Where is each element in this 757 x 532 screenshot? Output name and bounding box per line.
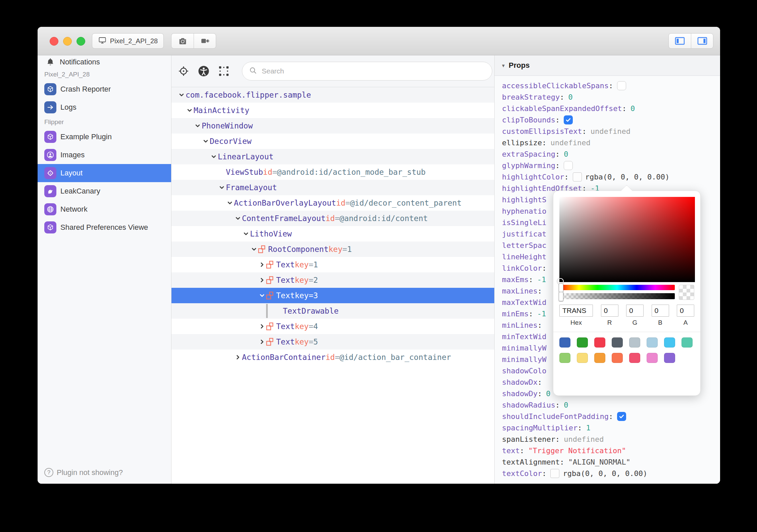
checkbox-unchecked[interactable] (617, 81, 626, 90)
sidebar-item-images[interactable]: Images (38, 146, 171, 164)
toggle-right-panel-button[interactable] (691, 34, 713, 48)
chevron-down-icon[interactable] (258, 292, 266, 299)
palette-swatch[interactable] (612, 353, 623, 363)
chevron-down-icon[interactable] (178, 92, 186, 98)
hue-slider-handle[interactable] (559, 283, 563, 292)
prop-value-string[interactable]: "ALIGN_NORMAL" (568, 458, 630, 466)
prop-value-number[interactable]: 0 (564, 401, 568, 409)
chevron-right-icon[interactable] (234, 354, 242, 361)
sidebar-item-leakcanary[interactable]: LeakCanary (38, 182, 171, 200)
tree-row-actionbarcontainer[interactable]: ActionBarContainer id=@id/action_bar_con… (171, 350, 494, 365)
tree-row-text[interactable]: Text key=1 (171, 257, 494, 272)
palette-swatch[interactable] (559, 353, 570, 363)
hue-slider[interactable] (559, 285, 675, 290)
tree-row-phonewindow[interactable]: PhoneWindow (171, 118, 494, 134)
device-selector-button[interactable]: Pixel_2_API_28 (92, 33, 164, 49)
hex-input[interactable] (559, 305, 593, 317)
palette-swatch[interactable] (559, 337, 570, 348)
tree-row-text[interactable]: Text key=3 (171, 288, 494, 303)
prop-value-number[interactable]: 0 (546, 389, 550, 398)
checkbox-unchecked[interactable] (564, 161, 573, 170)
color-swatch-button[interactable] (550, 469, 559, 478)
palette-swatch[interactable] (647, 337, 658, 348)
tree-row-text[interactable]: Text key=5 (171, 334, 494, 350)
tree-row-lithoview[interactable]: LithoView (171, 226, 494, 242)
prop-value-number[interactable]: 1 (586, 424, 590, 432)
chevron-down-icon[interactable] (226, 200, 234, 206)
alpha-slider-handle[interactable] (559, 292, 563, 301)
tree-row-viewstub[interactable]: ViewStub id=@android:id/action_mode_bar_… (171, 164, 494, 180)
tree-row-text[interactable]: Text key=2 (171, 272, 494, 288)
prop-value-number[interactable]: 0 (564, 150, 568, 158)
checkbox-checked[interactable] (617, 412, 626, 421)
zoom-window-button[interactable] (77, 37, 85, 46)
tree-row-actionbaroverlaylayout[interactable]: ActionBarOverlayLayout id=@id/decor_cont… (171, 195, 494, 211)
palette-swatch[interactable] (682, 337, 693, 348)
screen-record-button[interactable] (194, 34, 216, 48)
search-input[interactable] (261, 67, 485, 75)
green-input[interactable] (626, 305, 644, 317)
tree-row-contentframelayout[interactable]: ContentFrameLayout id=@android:id/conten… (171, 211, 494, 226)
props-header[interactable]: ▾ Props (495, 55, 720, 76)
alpha-slider[interactable] (559, 293, 675, 299)
red-input[interactable] (601, 305, 618, 317)
prop-value-string[interactable]: "Trigger Notification" (528, 446, 626, 455)
palette-swatch[interactable] (612, 337, 623, 348)
palette-swatch[interactable] (647, 353, 658, 363)
sidebar-item-network[interactable]: Network (38, 200, 171, 218)
screenshot-button[interactable] (171, 34, 194, 48)
prop-value-number[interactable]: 0 (630, 104, 635, 113)
close-window-button[interactable] (50, 37, 58, 46)
chevron-right-icon[interactable] (258, 277, 266, 283)
accessibility-mode-button[interactable] (198, 65, 210, 77)
chevron-right-icon[interactable] (258, 323, 266, 330)
palette-swatch[interactable] (664, 337, 675, 348)
blue-input[interactable] (652, 305, 669, 317)
toggle-left-panel-button[interactable] (669, 34, 691, 48)
prop-value-number[interactable]: -1 (537, 310, 546, 318)
palette-swatch[interactable] (664, 353, 675, 363)
minimize-window-button[interactable] (63, 37, 72, 46)
palette-swatch[interactable] (594, 353, 605, 363)
chevron-right-icon[interactable] (258, 261, 266, 268)
palette-swatch[interactable] (577, 337, 588, 348)
saturation-value-area[interactable] (559, 197, 695, 282)
plugin-not-showing-link[interactable]: ? Plugin not showing? (44, 468, 123, 477)
select-element-button[interactable] (218, 65, 230, 77)
palette-swatch[interactable] (629, 353, 640, 363)
checkbox-checked[interactable] (564, 115, 573, 124)
palette-swatch[interactable] (594, 337, 605, 348)
sidebar-item-logs[interactable]: Logs (38, 98, 171, 116)
chevron-down-icon[interactable] (234, 215, 242, 222)
tree-row-mainactivity[interactable]: MainActivity (171, 103, 494, 118)
sidebar-item-shared-preferences-viewe[interactable]: Shared Preferences Viewe (38, 218, 171, 236)
chevron-down-icon[interactable] (186, 107, 194, 114)
color-swatch-button[interactable] (573, 172, 582, 181)
chevron-down-icon[interactable] (250, 246, 258, 253)
tree-row-text[interactable]: Text key=4 (171, 319, 494, 334)
sidebar-item-layout[interactable]: Layout (38, 164, 171, 182)
chevron-right-icon[interactable] (258, 338, 266, 345)
prop-value-number[interactable]: 0 (568, 93, 572, 101)
sidebar-item-example-plugin[interactable]: Example Plugin (38, 128, 171, 146)
tree-row-com.facebook.flipper.sample[interactable]: com.facebook.flipper.sample (171, 87, 494, 103)
tree-row-framelayout[interactable]: FrameLayout (171, 180, 494, 195)
chevron-down-icon[interactable] (242, 230, 250, 237)
chevron-down-icon[interactable] (218, 184, 226, 191)
sidebar-item-crash-reporter[interactable]: Crash Reporter (38, 80, 171, 98)
tree-row-linearlayout[interactable]: LinearLayout (171, 149, 494, 164)
alpha-input[interactable] (677, 305, 694, 317)
palette-swatch[interactable] (629, 337, 640, 348)
target-mode-button[interactable] (178, 65, 190, 77)
sidebar-item-notifications[interactable]: Notifications (38, 55, 171, 69)
prop-colon: : (538, 287, 542, 295)
chevron-down-icon[interactable] (202, 138, 210, 145)
chevron-down-icon[interactable] (210, 153, 218, 160)
tree-row-decorview[interactable]: DecorView (171, 134, 494, 149)
tree-row-rootcomponent[interactable]: RootComponent key=1 (171, 242, 494, 257)
tree-row-textdrawable[interactable]: TextDrawable (171, 303, 494, 319)
chevron-down-icon[interactable] (194, 122, 202, 129)
palette-swatch[interactable] (577, 353, 588, 363)
prop-name: clickableSpanExpandedOffset (502, 104, 622, 113)
prop-value-number[interactable]: -1 (537, 275, 546, 284)
